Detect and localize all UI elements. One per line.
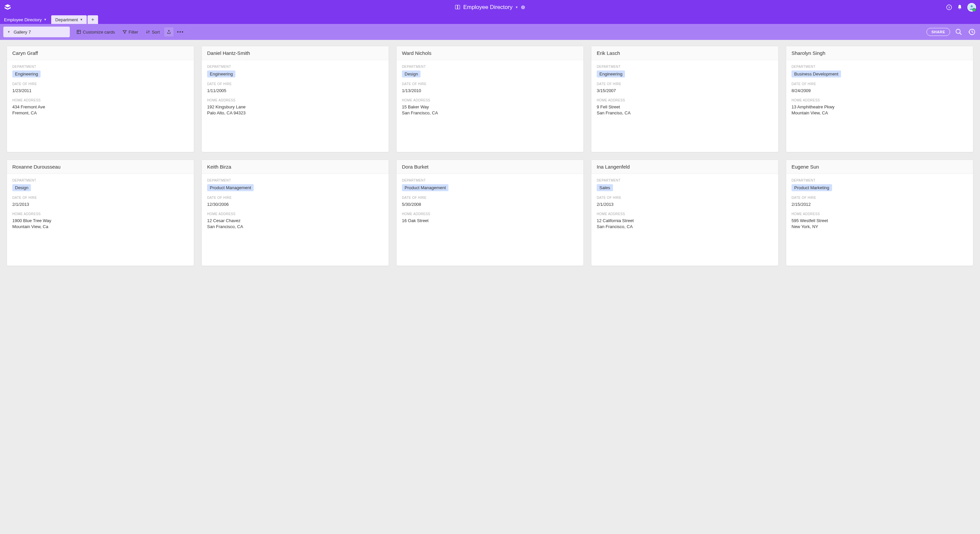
card-body: DEPARTMENTEngineeringDATE OF HIRE3/15/20… (592, 60, 778, 122)
hire-date-value: 2/15/2012 (792, 201, 968, 207)
card-title: Dora Burket (396, 160, 584, 174)
record-card[interactable]: Caryn GraffDEPARTMENTEngineeringDATE OF … (6, 46, 194, 152)
card-body: DEPARTMENTProduct ManagementDATE OF HIRE… (396, 174, 584, 229)
address-value: 16 Oak Street (402, 218, 578, 224)
base-title: Employee Directory (463, 4, 512, 11)
field-label-address: HOME ADDRESS (597, 212, 773, 216)
record-card[interactable]: Roxanne DurousseauDEPARTMENTDesignDATE O… (6, 159, 194, 266)
record-card[interactable]: Dora BurketDEPARTMENTProduct ManagementD… (396, 159, 584, 266)
filter-button[interactable]: Filter (119, 27, 142, 37)
table-tab-strip: Employee Directory▼Department▼ (0, 14, 980, 24)
card-title: Ina Langenfeld (592, 160, 778, 174)
add-table-tab[interactable] (88, 15, 98, 24)
record-card[interactable]: Sharolyn SinghDEPARTMENTBusiness Develop… (786, 46, 974, 152)
field-label-address: HOME ADDRESS (792, 212, 968, 216)
table-tab[interactable]: Department▼ (51, 15, 87, 24)
record-card[interactable]: Eugene SunDEPARTMENTProduct MarketingDAT… (786, 159, 974, 266)
address-value: 15 Baker Way San Francisco, CA (402, 104, 578, 116)
card-title: Eugene Sun (786, 160, 973, 174)
sort-icon (146, 30, 150, 34)
record-card[interactable]: Ina LangenfeldDEPARTMENTSalesDATE OF HIR… (591, 159, 778, 266)
department-tag: Design (12, 184, 31, 191)
card-title: Daniel Hantz-Smith (202, 46, 388, 60)
view-name: Gallery 7 (14, 30, 31, 35)
grid-icon (76, 30, 81, 34)
bell-icon[interactable] (957, 4, 963, 10)
record-card[interactable]: Ward NicholsDEPARTMENTDesignDATE OF HIRE… (396, 46, 584, 152)
field-label-department: DEPARTMENT (597, 179, 773, 182)
hire-date-value: 2/1/2013 (12, 201, 188, 207)
chevron-down-icon: ▼ (80, 18, 83, 21)
more-options-button[interactable] (175, 27, 186, 37)
book-icon (455, 4, 460, 10)
field-label-address: HOME ADDRESS (402, 212, 578, 216)
view-toolbar: Customize cards Filter Sort (73, 27, 186, 37)
department-tag: Engineering (207, 70, 235, 78)
hire-date-value: 2/1/2013 (597, 201, 773, 207)
record-card[interactable]: Erik LaschDEPARTMENTEngineeringDATE OF H… (591, 46, 778, 152)
svg-text:?: ? (948, 6, 950, 9)
table-tab[interactable]: Employee Directory▼ (0, 15, 51, 24)
field-label-hire: DATE OF HIRE (402, 82, 578, 86)
field-label-hire: DATE OF HIRE (597, 196, 773, 199)
field-label-address: HOME ADDRESS (12, 212, 188, 216)
customize-cards-button[interactable]: Customize cards (73, 27, 118, 37)
export-button[interactable] (164, 27, 174, 37)
svg-rect-6 (77, 30, 81, 34)
share-up-icon (167, 30, 171, 34)
card-title: Erik Lasch (592, 46, 778, 60)
help-icon[interactable]: ? (946, 4, 952, 10)
field-label-address: HOME ADDRESS (207, 99, 383, 102)
field-label-department: DEPARTMENT (792, 179, 968, 182)
gallery-grid: Caryn GraffDEPARTMENTEngineeringDATE OF … (0, 40, 980, 272)
header-title-group[interactable]: Employee Directory ▼ (455, 4, 525, 11)
chevron-down-icon: ▼ (7, 30, 10, 33)
record-card[interactable]: Daniel Hantz-SmithDEPARTMENTEngineeringD… (202, 46, 389, 152)
record-card[interactable]: Keith BirzaDEPARTMENTProduct ManagementD… (202, 159, 389, 266)
plus-icon (91, 18, 95, 22)
card-body: DEPARTMENTDesignDATE OF HIRE2/1/2013HOME… (7, 174, 194, 236)
app-logo-icon[interactable] (4, 4, 11, 11)
view-selector[interactable]: ▼ Gallery 7 (3, 27, 70, 37)
hire-date-value: 3/15/2007 (597, 88, 773, 94)
field-label-hire: DATE OF HIRE (207, 196, 383, 199)
user-avatar[interactable] (967, 3, 976, 12)
card-body: DEPARTMENTEngineeringDATE OF HIRE1/23/20… (7, 60, 194, 122)
address-value: 434 Fremont Ave Fremont, CA (12, 104, 188, 116)
field-label-hire: DATE OF HIRE (402, 196, 578, 199)
svg-point-5 (971, 5, 973, 7)
share-button[interactable]: SHARE (926, 28, 950, 36)
svg-point-7 (956, 29, 960, 33)
view-bar: ▼ Gallery 7 Customize cards Filter Sort (0, 24, 980, 40)
card-body: DEPARTMENTBusiness DevelopmentDATE OF HI… (786, 60, 973, 122)
address-value: 9 Fell Street San Franciso, CA (597, 104, 773, 116)
info-icon[interactable] (521, 5, 525, 10)
field-label-department: DEPARTMENT (207, 65, 383, 69)
history-button[interactable] (967, 27, 977, 37)
sort-button[interactable]: Sort (142, 27, 163, 37)
view-bar-right: SHARE (926, 27, 977, 37)
hire-date-value: 1/23/2011 (12, 88, 188, 94)
field-label-address: HOME ADDRESS (402, 99, 578, 102)
department-tag: Business Development (792, 70, 841, 78)
card-title: Caryn Graff (7, 46, 194, 60)
field-label-department: DEPARTMENT (12, 179, 188, 182)
field-label-department: DEPARTMENT (597, 65, 773, 69)
field-label-hire: DATE OF HIRE (597, 82, 773, 86)
field-label-hire: DATE OF HIRE (207, 82, 383, 86)
department-tag: Sales (597, 184, 613, 191)
field-label-address: HOME ADDRESS (207, 212, 383, 216)
filter-icon (123, 30, 127, 34)
department-tag: Product Management (402, 184, 449, 191)
field-label-department: DEPARTMENT (12, 65, 188, 69)
hire-date-value: 12/30/2006 (207, 201, 383, 207)
address-value: 13 Amphitheatre Pkwy Mountain View, CA (792, 104, 968, 116)
field-label-hire: DATE OF HIRE (12, 82, 188, 86)
card-body: DEPARTMENTProduct MarketingDATE OF HIRE2… (786, 174, 973, 236)
field-label-hire: DATE OF HIRE (792, 196, 968, 199)
dots-icon (177, 31, 183, 33)
search-button[interactable] (954, 27, 963, 37)
card-title: Ward Nichols (396, 46, 584, 60)
field-label-address: HOME ADDRESS (597, 99, 773, 102)
top-header: Employee Directory ▼ ? (0, 0, 980, 14)
